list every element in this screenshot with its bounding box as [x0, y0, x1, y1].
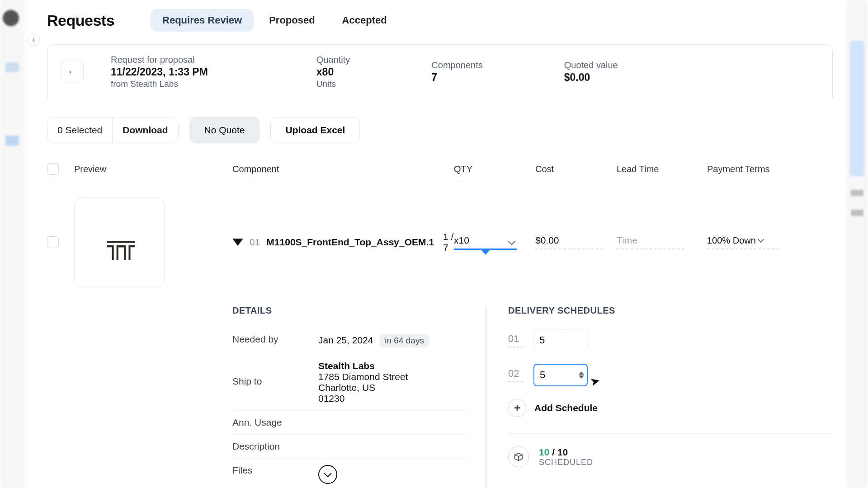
quoted-label: Quoted value [564, 60, 618, 70]
description-label: Description [232, 441, 305, 452]
schedule-qty-input[interactable] [533, 329, 588, 351]
selected-count-button[interactable]: 0 Selected [47, 117, 112, 143]
qty-label: Quantity [316, 55, 350, 65]
col-payment-terms: Payment Terms [707, 164, 779, 174]
quantity-stepper[interactable] [579, 371, 584, 379]
components-label: Components [431, 60, 482, 70]
download-files-button[interactable] [318, 465, 337, 484]
add-schedule-label: Add Schedule [534, 403, 598, 413]
lead-time-cell-wrap: Time [617, 235, 707, 249]
select-all-checkbox[interactable] [47, 163, 59, 175]
no-quote-button[interactable]: No Quote [189, 117, 260, 143]
upload-excel-button[interactable]: Upload Excel [270, 117, 360, 143]
cost-input[interactable]: $0.00 [535, 235, 603, 249]
divider [508, 433, 833, 434]
schedule-count: 10 / 10 [539, 447, 593, 458]
stepper-up-icon[interactable] [579, 371, 584, 375]
delivery-schedules-title: DELIVERY SCHEDULES [508, 305, 833, 316]
stepper-down-icon[interactable] [579, 375, 584, 379]
details-title: DETAILS [232, 305, 467, 316]
ship-to-value: Stealth Labs 1785 Diamond Street Charlot… [318, 361, 408, 404]
arrow-left-icon: ← [67, 66, 77, 78]
schedule-index: 02 [508, 368, 524, 382]
needed-by-chip: in 64 days [379, 334, 429, 347]
ship-zip: 01230 [318, 393, 408, 404]
preview-thumbnail[interactable]: ╦╦ [74, 197, 165, 287]
summary-quantity: Quantity x80 Units [316, 55, 350, 89]
components-value: 7 [431, 71, 482, 84]
expand-toggle-icon[interactable] [232, 239, 243, 246]
summary-components: Components 7 [431, 60, 482, 84]
tab-requires-review[interactable]: Requires Review [151, 9, 254, 32]
files-label: Files [232, 465, 305, 476]
component-name: M1100S_FrontEnd_Top_Assy_OEM.1 [266, 237, 434, 248]
needed-by-row: Needed by Jan 25, 2024 in 64 days [232, 328, 467, 354]
files-row: Files [232, 459, 467, 488]
label-blur [851, 190, 863, 196]
add-schedule-button[interactable]: + Add Schedule [508, 399, 833, 417]
payment-terms-select[interactable]: 100% Down [707, 235, 779, 249]
table-header-row: Preview Component QTY Cost Lead Time Pay… [47, 163, 833, 184]
ship-city: Charlotte, US [318, 382, 408, 393]
rfp-label: Request for proposal [111, 55, 208, 65]
rfp-datetime: 11/22/2023, 1:33 PM [111, 66, 208, 78]
preview-cell: ╦╦ [74, 197, 232, 287]
quoted-value: $0.00 [564, 71, 618, 84]
qty-value: x10 [454, 235, 469, 245]
summary-quoted: Quoted value $0.00 [564, 60, 618, 84]
col-preview: Preview [74, 164, 232, 174]
qty-input[interactable]: x10 [454, 235, 517, 250]
qty-value: x80 [316, 66, 350, 78]
ship-to-label: Ship to [232, 361, 305, 387]
terms-cell-wrap: 100% Down [707, 235, 779, 249]
detail-zone: DETAILS Needed by Jan 25, 2024 in 64 day… [47, 305, 833, 488]
nav-item-blur [5, 136, 19, 145]
chevron-down-icon [758, 236, 764, 243]
qty-units: Units [316, 79, 350, 89]
tab-proposed[interactable]: Proposed [257, 9, 326, 32]
component-index: 01 [250, 237, 260, 248]
needed-by-value: Jan 25, 2024 in 64 days [318, 334, 429, 347]
schedule-qty-wrap [533, 329, 588, 351]
nav-item-blur [5, 62, 19, 72]
schedule-summary-text: 10 / 10 SCHEDULED [539, 447, 593, 467]
ann-usage-row: Ann. Usage [232, 411, 467, 435]
delivery-schedules-column: DELIVERY SCHEDULES 01 02 [486, 305, 833, 488]
cost-cell-wrap: $0.00 [535, 235, 617, 249]
workspace-avatar-blur [3, 10, 19, 26]
scheduled-label: SCHEDULED [539, 458, 593, 467]
request-summary-card: ← Request for proposal 11/22/2023, 1:33 … [47, 44, 833, 99]
col-cost: Cost [535, 164, 617, 174]
row-checkbox[interactable] [47, 236, 59, 248]
schedule-row: 02 [508, 364, 833, 386]
details-column: DETAILS Needed by Jan 25, 2024 in 64 day… [232, 305, 486, 488]
component-row: ╦╦ 01 M1100S_FrontEnd_Top_Assy_OEM.1 1 /… [47, 184, 833, 488]
preview-render-icon: ╦╦ [107, 230, 132, 260]
tab-accepted[interactable]: Accepted [330, 9, 399, 32]
download-button[interactable]: Download [112, 117, 178, 143]
component-row-head: ╦╦ 01 M1100S_FrontEnd_Top_Assy_OEM.1 1 /… [47, 184, 833, 287]
toolbar: 0 Selected Download No Quote Upload Exce… [47, 117, 833, 143]
terms-value: 100% Down [707, 235, 756, 246]
ann-usage-label: Ann. Usage [232, 417, 305, 428]
main-content: Requests Requires Review Proposed Accept… [33, 0, 846, 488]
lead-time-input[interactable]: Time [617, 235, 684, 249]
col-qty: QTY [454, 164, 535, 174]
selection-segment: 0 Selected Download [47, 117, 179, 143]
col-component: Component [232, 164, 454, 174]
download-icon [324, 470, 332, 478]
lead-time-placeholder: Time [617, 235, 637, 245]
files-value [318, 465, 337, 484]
component-position: 1 / 7 [443, 231, 454, 253]
page-header: Requests Requires Review Proposed Accept… [33, 0, 846, 32]
back-button[interactable]: ← [61, 61, 84, 83]
component-cell: 01 M1100S_FrontEnd_Top_Assy_OEM.1 1 / 7 [232, 231, 454, 253]
plus-icon: + [508, 399, 526, 417]
qty-cell-wrap: x10 [454, 235, 535, 250]
schedule-qty-wrap [533, 364, 588, 386]
scheduled-done: 10 [539, 447, 549, 457]
ship-to-row: Ship to Stealth Labs 1785 Diamond Street… [232, 354, 467, 411]
right-sidebar-blur [846, 0, 868, 488]
needed-by-date: Jan 25, 2024 [318, 335, 373, 345]
ship-name: Stealth Labs [318, 361, 408, 371]
